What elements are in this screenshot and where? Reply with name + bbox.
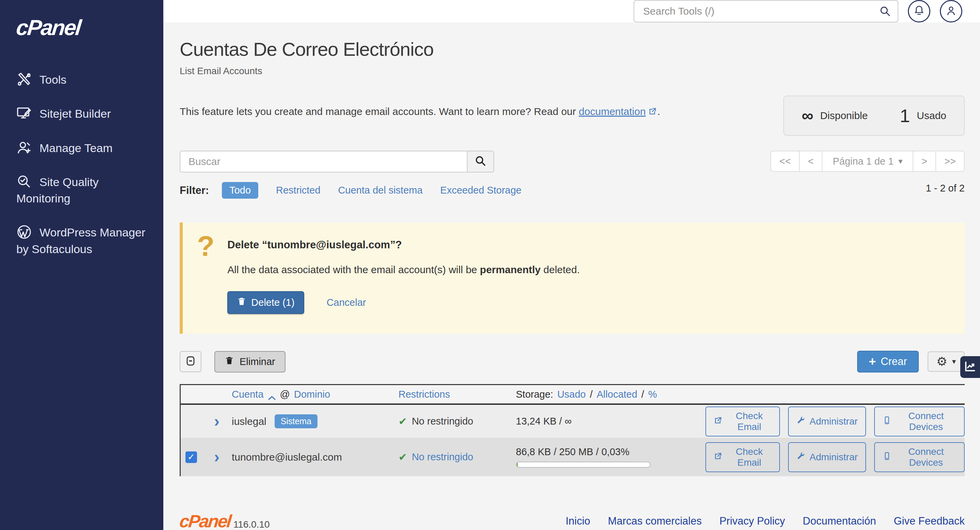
footer-link-inicio[interactable]: Inicio — [566, 515, 590, 527]
gear-icon: ⚙ — [937, 355, 947, 368]
settings-dropdown-button[interactable]: ⚙ ▾ — [928, 351, 965, 372]
filter-restricted[interactable]: Restricted — [276, 185, 321, 196]
mobile-device-icon — [882, 416, 891, 427]
account-name: iuslegal — [232, 416, 266, 427]
list-search-input[interactable] — [180, 151, 468, 173]
intro-text-suffix: . — [657, 106, 660, 117]
check-email-button[interactable]: Check Email — [705, 406, 780, 436]
sidebar-item-sitejet-builder[interactable]: Sitejet Builder — [16, 105, 150, 122]
search-icon[interactable] — [879, 5, 891, 17]
used-count: 1 — [900, 106, 910, 125]
wrench-icon — [796, 416, 805, 427]
restriction-status: No restringido — [412, 416, 473, 427]
connect-devices-label: Connect Devices — [896, 411, 956, 432]
filter-cuenta-del-sistema[interactable]: Cuenta del sistema — [338, 185, 423, 196]
alert-body: All the data associated with the email a… — [227, 264, 580, 276]
restrictions-header: Restrictions — [398, 389, 516, 400]
sidebar-item-label: Manage Team — [40, 141, 113, 154]
restrictions-link[interactable]: Restrictions — [398, 389, 450, 400]
user-icon — [945, 5, 957, 18]
page-title: Cuentas De Correo Electrónico — [180, 38, 965, 60]
sort-percent-link[interactable]: % — [648, 389, 657, 400]
crear-label: Crear — [881, 355, 907, 368]
sort-cuenta-link[interactable]: Cuenta — [232, 389, 264, 400]
documentation-link[interactable]: documentation — [579, 106, 646, 117]
page-last-button[interactable]: >> — [935, 151, 965, 172]
footer-branding: cPanel 116.0.10 — [180, 511, 270, 530]
page-select-button[interactable]: Página 1 de 1▾ — [822, 151, 913, 172]
footer-link-give-feedback[interactable]: Give Feedback — [894, 515, 965, 527]
restriction-status-link[interactable]: No restringido — [412, 451, 473, 463]
alert-content: Delete “tunombre@iuslegal.com”? All the … — [227, 234, 580, 314]
eliminar-button[interactable]: Eliminar — [215, 351, 285, 373]
page-next-button[interactable]: > — [913, 151, 936, 172]
app: cPanel Tools Sitejet Builder — [0, 0, 980, 530]
check-icon: ✔ — [398, 451, 407, 463]
administrar-button[interactable]: Administrar — [788, 406, 866, 436]
separator: / — [641, 389, 644, 400]
filter-todo[interactable]: Todo — [222, 182, 258, 199]
separator: / — [590, 389, 592, 400]
alert-body-suffix: deleted. — [541, 264, 580, 275]
footer-link-documentacion[interactable]: Documentación — [803, 515, 876, 527]
sistema-badge: Sistema — [275, 414, 318, 428]
intro-text-prefix: This feature lets you create and manage … — [180, 106, 579, 117]
main-area: Cuentas De Correo Electrónico List Email… — [163, 0, 980, 530]
table-row: ✓ › tunombre@iuslegal.com ✔ No restringi… — [181, 438, 965, 476]
expand-row-icon[interactable]: › — [214, 451, 220, 463]
connect-devices-button[interactable]: Connect Devices — [874, 406, 965, 436]
chart-icon — [964, 360, 977, 374]
user-menu-button[interactable] — [940, 0, 962, 22]
row-checkbox-checked[interactable]: ✓ — [185, 451, 197, 463]
storage-label: Storage: — [516, 389, 553, 400]
sort-dominio-link[interactable]: Dominio — [294, 389, 330, 400]
wordpress-icon — [16, 224, 32, 240]
sidebar-item-manage-team[interactable]: Manage Team — [16, 140, 150, 156]
confirm-delete-button[interactable]: Delete (1) — [227, 291, 304, 314]
sidebar-item-tools[interactable]: Tools — [16, 71, 150, 88]
table-header: Cuenta @ Dominio Restrictions Storage: U… — [181, 385, 965, 405]
footer-link-privacy-policy[interactable]: Privacy Policy — [719, 515, 785, 527]
notifications-button[interactable] — [908, 0, 930, 22]
filter-exceeded-storage[interactable]: Exceeded Storage — [440, 185, 522, 196]
caret-down-icon: ▾ — [898, 157, 902, 166]
storage-usage: 13,24 KB / ∞ — [516, 416, 572, 427]
analytics-edge-tab[interactable] — [960, 356, 980, 378]
account-name: tunombre@iuslegal.com — [232, 451, 342, 463]
pagination: << < Página 1 de 1▾ > >> — [770, 151, 965, 172]
expand-row-icon[interactable]: › — [214, 415, 220, 428]
footer-link-marcas-comerciales[interactable]: Marcas comerciales — [608, 515, 702, 527]
mobile-device-icon — [882, 451, 891, 463]
controls-row: Filter: Todo Restricted Cuenta del siste… — [180, 151, 965, 199]
question-mark-icon: ? — [197, 234, 215, 314]
external-link-icon — [714, 416, 723, 427]
cancel-link[interactable]: Cancelar — [327, 297, 366, 308]
sidebar-item-site-quality-monitoring[interactable]: Site Quality Monitoring — [16, 174, 150, 207]
sort-asc-icon — [268, 392, 276, 397]
search-tools-input[interactable] — [633, 0, 898, 22]
page-prev-button[interactable]: < — [799, 151, 822, 172]
filter-row: Filter: Todo Restricted Cuenta del siste… — [180, 182, 521, 199]
check-email-button[interactable]: Check Email — [705, 442, 780, 472]
account-domain-header: Cuenta @ Dominio — [232, 389, 398, 400]
select-all-toggle[interactable] — [180, 351, 202, 372]
checkbox-check-icon: ✓ — [188, 452, 195, 462]
footer: cPanel 116.0.10 Inicio Marcas comerciale… — [180, 511, 965, 530]
crear-button[interactable]: + Crear — [857, 351, 919, 373]
storage-progress-fill — [517, 462, 518, 467]
connect-devices-button[interactable]: Connect Devices — [874, 442, 965, 472]
check-email-label: Check Email — [727, 446, 772, 468]
at-symbol: @ — [280, 389, 290, 400]
list-search-button[interactable] — [468, 151, 494, 173]
caret-down-icon: ▾ — [952, 357, 956, 366]
sort-allocated-link[interactable]: Allocated — [597, 389, 637, 400]
administrar-button[interactable]: Administrar — [788, 442, 866, 472]
administrar-label: Administrar — [810, 452, 858, 463]
manage-team-icon — [16, 140, 32, 156]
content: Cuentas De Correo Electrónico List Email… — [163, 22, 980, 530]
sidebar-item-wordpress-manager[interactable]: WordPress Manager by Softaculous — [16, 224, 150, 257]
page-first-button[interactable]: << — [770, 151, 800, 172]
sidebar: cPanel Tools Sitejet Builder — [0, 0, 163, 530]
sort-usado-link[interactable]: Usado — [557, 389, 586, 400]
external-link-icon — [648, 106, 657, 116]
